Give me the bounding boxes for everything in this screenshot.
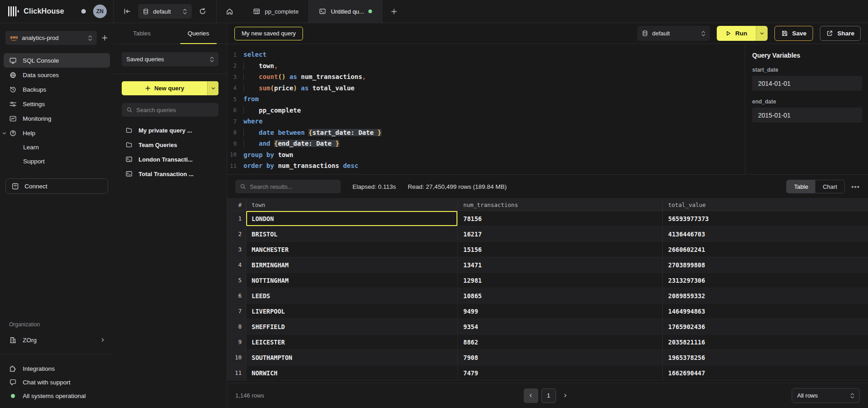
row-index-cell[interactable]: 10 (227, 350, 246, 365)
previous-page-button[interactable] (524, 388, 538, 403)
new-tab-button[interactable] (382, 0, 406, 23)
table-row[interactable]: 11NORWICH74791662690447 (227, 365, 868, 381)
row-index-cell[interactable]: 8 (227, 319, 246, 334)
data-cell[interactable]: 10865 (458, 288, 663, 303)
data-cell[interactable]: 56593977373 (663, 211, 868, 226)
row-index-cell[interactable]: 5 (227, 273, 246, 288)
sidebar-item-system-status[interactable]: All systems operational (0, 389, 114, 403)
code-line[interactable]: 11order by num_transactions desc (227, 160, 745, 172)
data-cell[interactable]: 9354 (458, 319, 663, 334)
code-line[interactable]: 6 pp_complete (227, 105, 745, 116)
data-cell[interactable]: NOTTINGHAM (246, 273, 458, 288)
new-query-button[interactable]: New query (122, 81, 218, 95)
sidebar-item-backups[interactable]: Backups (4, 82, 110, 97)
data-cell[interactable]: 2660602241 (663, 242, 868, 257)
data-cell[interactable]: 2089859332 (663, 288, 868, 303)
avatar[interactable]: ZN (93, 5, 107, 18)
code-line[interactable]: 3 count() as num_transactions, (227, 71, 745, 83)
table-row[interactable]: 9LEICESTER88622035821116 (227, 334, 868, 350)
data-cell[interactable]: LIVERPOOL (246, 304, 458, 319)
table-row[interactable]: 10SOUTHAMPTON79081965378256 (227, 350, 868, 365)
row-index-cell[interactable]: 7 (227, 304, 246, 319)
workspace-selector[interactable]: aws analytics-prod (5, 31, 97, 45)
table-row[interactable]: 6LEEDS108652089859332 (227, 288, 868, 304)
code-line[interactable]: 9 and {end_date: Date } (227, 138, 745, 149)
run-button[interactable]: Run (717, 26, 756, 41)
new-query-dropdown[interactable] (207, 81, 218, 95)
data-cell[interactable]: NORWICH (246, 365, 458, 380)
data-cell[interactable]: BIRMINGHAM (246, 257, 458, 272)
row-index-cell[interactable]: 2 (227, 226, 246, 241)
column-header-index[interactable]: # (227, 199, 246, 211)
tab-tables[interactable]: Tables (114, 23, 170, 44)
data-cell[interactable]: SOUTHAMPTON (246, 350, 458, 365)
share-button[interactable]: Share (820, 26, 861, 41)
table-row[interactable]: 8SHEFFIELD93541765902436 (227, 319, 868, 334)
tab-queries[interactable]: Queries (170, 23, 227, 44)
data-cell[interactable]: MANCHESTER (246, 242, 458, 257)
saved-query-tab[interactable]: My new saved query (234, 27, 303, 40)
view-tab-chart[interactable]: Chart (815, 180, 844, 193)
code-line[interactable]: 1select (227, 49, 745, 60)
table-row[interactable]: 3MANCHESTER151562660602241 (227, 242, 868, 257)
saved-query-item-private[interactable]: My private query ... (114, 123, 227, 138)
table-row[interactable]: 5NOTTINGHAM129812313297306 (227, 273, 868, 288)
data-cell[interactable]: 9499 (458, 304, 663, 319)
tab-pp-complete[interactable]: pp_complete (243, 0, 309, 23)
home-button[interactable] (217, 0, 243, 23)
save-button[interactable]: Save (774, 26, 813, 41)
results-search-input[interactable] (250, 183, 336, 190)
row-index-cell[interactable]: 1 (227, 211, 246, 226)
data-cell[interactable]: 7908 (458, 350, 663, 365)
saved-query-item-team[interactable]: Team Queries (114, 138, 227, 152)
data-cell[interactable]: 2313297306 (663, 273, 868, 288)
data-cell[interactable]: 78156 (458, 211, 663, 226)
view-tab-table[interactable]: Table (787, 180, 815, 193)
sidebar-item-data-sources[interactable]: Data sources (4, 68, 110, 82)
row-index-cell[interactable]: 11 (227, 365, 246, 380)
data-cell[interactable]: 1662690447 (663, 365, 868, 380)
row-index-cell[interactable]: 6 (227, 288, 246, 303)
sql-editor[interactable]: 1select2 town,3 count() as num_transacti… (227, 44, 745, 174)
column-header-num-transactions[interactable]: num_transactions (458, 199, 663, 211)
collapse-panel-button[interactable] (124, 8, 131, 15)
add-workspace-button[interactable] (101, 34, 108, 41)
sidebar-item-settings[interactable]: Settings (4, 97, 110, 111)
data-cell[interactable]: 8862 (458, 334, 663, 349)
row-index-cell[interactable]: 3 (227, 242, 246, 257)
data-cell[interactable]: SHEFFIELD (246, 319, 458, 334)
editor-database-selector[interactable]: default (637, 26, 710, 41)
more-options-icon[interactable]: ••• (851, 183, 860, 191)
query-type-selector[interactable]: Saved queries (122, 52, 218, 66)
new-query-main[interactable]: New query (122, 81, 207, 95)
column-header-town[interactable]: town (246, 199, 458, 211)
sidebar-item-learn[interactable]: Learn (4, 140, 110, 154)
data-cell[interactable]: LEICESTER (246, 334, 458, 349)
tab-untitled-query[interactable]: Untitled qu... (309, 0, 382, 23)
table-row[interactable]: 2BRISTOL162174136446703 (227, 226, 868, 242)
topbar-database-selector[interactable]: default (138, 4, 192, 19)
sidebar-item-sql-console[interactable]: SQL Console (4, 53, 110, 68)
notification-dot[interactable] (81, 9, 86, 14)
sidebar-item-monitoring[interactable]: Monitoring (4, 111, 110, 126)
query-search-input[interactable] (136, 107, 216, 113)
sidebar-item-help[interactable]: Help (4, 126, 110, 140)
start-date-input[interactable] (752, 76, 862, 91)
end-date-input[interactable] (752, 108, 862, 123)
table-row[interactable]: 1LONDON7815656593977373 (227, 211, 868, 226)
table-row[interactable]: 4BIRMINGHAM134712703899808 (227, 257, 868, 273)
code-line[interactable]: 2 town, (227, 60, 745, 72)
organization-item[interactable]: ZOrg (0, 332, 114, 348)
saved-query-item-total[interactable]: Total Transaction ... (114, 167, 227, 181)
data-cell[interactable]: 12981 (458, 273, 663, 288)
data-cell[interactable]: 13471 (458, 257, 663, 272)
refresh-button[interactable] (199, 8, 206, 15)
data-cell[interactable]: 1464994863 (663, 304, 868, 319)
connect-button[interactable]: Connect (5, 178, 108, 194)
saved-query-item-london[interactable]: London Transacti... (114, 152, 227, 167)
code-line[interactable]: 8 date between {start_date: Date } (227, 127, 745, 138)
data-cell[interactable]: 2703899808 (663, 257, 868, 272)
data-cell[interactable]: LONDON (246, 211, 458, 226)
code-line[interactable]: 7where (227, 116, 745, 127)
row-index-cell[interactable]: 9 (227, 334, 246, 349)
